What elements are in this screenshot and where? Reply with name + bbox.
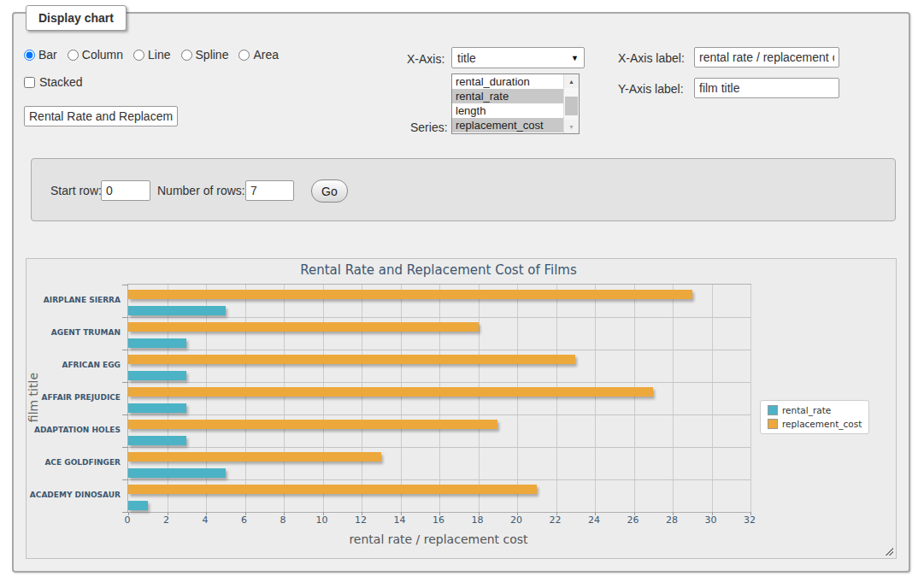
x-axis-tick-label: 16 <box>426 514 451 526</box>
bar-rental_rate <box>128 436 186 445</box>
x-gridline <box>245 285 246 512</box>
category-label: ACE GOLDFINGER <box>38 446 121 479</box>
series-option-rental_duration[interactable]: rental_duration <box>452 74 564 89</box>
y-gridline <box>128 447 750 448</box>
chart-type-option-spline[interactable]: Spline <box>181 48 229 62</box>
chart-type-option-line[interactable]: Line <box>133 48 170 62</box>
chart-type-radio-line[interactable] <box>133 50 144 61</box>
x-axis-tick-label: 18 <box>465 514 491 526</box>
bar-replacement_cost <box>128 322 479 332</box>
x-axis-select[interactable]: title ▼ <box>451 47 585 68</box>
x-axis-tick-label: 24 <box>581 514 607 526</box>
category-label: AIRPLANE SIERRA <box>38 284 121 316</box>
legend-item-rental_rate[interactable]: rental_rate <box>768 405 862 415</box>
series-option-replacement_cost[interactable]: replacement_cost <box>452 118 564 132</box>
y-axis-category-labels: AIRPLANE SIERRAAGENT TRUMANAFRICAN EGGAF… <box>38 284 121 511</box>
y-axis-tick <box>122 447 128 448</box>
chart-type-option-column[interactable]: Column <box>68 48 123 62</box>
x-gridline <box>401 285 402 512</box>
start-row-label: Start row: <box>50 184 102 197</box>
series-option-rental_rate[interactable]: rental_rate <box>452 89 564 103</box>
plot-area <box>127 284 751 513</box>
chart-type-option-label: Bar <box>38 48 57 62</box>
chart-container: Rental Rate and Replacement Cost of Film… <box>26 258 897 559</box>
category-label: AFRICAN EGG <box>38 349 121 381</box>
legend-label-replacement_cost: replacement_cost <box>782 419 862 429</box>
x-gridline <box>206 285 207 512</box>
chart-type-option-bar[interactable]: Bar <box>24 48 57 62</box>
y-axis-tick <box>122 317 128 318</box>
x-axis-select-value: title <box>457 51 476 65</box>
x-axis-label-input[interactable] <box>694 47 839 68</box>
resize-handle-icon[interactable] <box>884 546 893 556</box>
x-axis-tick-label: 8 <box>270 514 296 526</box>
fieldset-legend: Display chart <box>26 5 127 31</box>
bar-rental_rate <box>128 306 226 315</box>
chart-type-radio-area[interactable] <box>238 50 250 61</box>
number-of-rows-input[interactable] <box>245 180 294 201</box>
chart-title: Rental Rate and Replacement Cost of Film… <box>127 262 750 278</box>
category-label: AFFAIR PREJUDICE <box>38 381 121 414</box>
x-axis-tick-label: 30 <box>698 514 724 526</box>
bar-rental_rate <box>128 338 186 348</box>
bar-replacement_cost <box>128 420 497 429</box>
chart-title-input[interactable] <box>24 106 178 126</box>
y-axis-label-input[interactable] <box>694 78 839 98</box>
scroll-up-button[interactable]: ▲ <box>564 74 579 88</box>
bar-replacement_cost <box>128 290 692 299</box>
bar-replacement_cost <box>128 485 537 494</box>
y-axis-tick <box>122 414 128 415</box>
x-gridline <box>439 285 440 512</box>
legend-item-replacement_cost[interactable]: replacement_cost <box>768 419 862 429</box>
x-gridline <box>712 285 713 512</box>
scrollbar-thumb[interactable] <box>565 97 578 115</box>
y-gridline <box>128 350 750 350</box>
x-gridline <box>479 285 480 512</box>
x-axis-tick-label: 2 <box>154 514 180 526</box>
bar-replacement_cost <box>128 387 653 397</box>
x-gridline <box>517 285 518 512</box>
x-gridline <box>362 285 362 512</box>
series-listbox[interactable]: rental_durationrental_ratelengthreplacem… <box>451 73 580 134</box>
chart-type-option-label: Line <box>148 48 170 62</box>
y-gridline <box>128 317 750 318</box>
x-axis-tick-label: 10 <box>309 514 335 526</box>
x-axis-tick-label: 28 <box>659 514 685 526</box>
chart-type-option-label: Area <box>253 48 279 62</box>
listbox-scrollbar[interactable]: ▲ ▼ <box>563 74 579 133</box>
chart-type-option-area[interactable]: Area <box>238 48 279 62</box>
dropdown-arrow-icon: ▼ <box>571 54 579 62</box>
bar-rental_rate <box>128 403 186 413</box>
x-axis-tick-labels: 02468101214161820222426283032 <box>127 514 750 526</box>
y-axis-tick <box>122 512 128 513</box>
x-gridline <box>673 285 674 512</box>
category-label: ADAPTATION HOLES <box>38 414 121 446</box>
bar-rental_rate <box>128 371 186 380</box>
bar-rental_rate <box>128 501 148 510</box>
x-axis-tick-label: 12 <box>348 514 374 526</box>
chart-type-radio-column[interactable] <box>68 50 79 61</box>
legend-swatch-replacement_cost <box>768 419 778 429</box>
chart-type-option-label: Column <box>82 48 123 62</box>
x-axis-tick-label: 0 <box>115 514 140 526</box>
go-button[interactable]: Go <box>311 179 348 203</box>
scroll-up-arrow-icon: ▲ <box>568 79 574 85</box>
scroll-down-button[interactable]: ▼ <box>564 120 579 133</box>
x-axis-tick-label: 26 <box>621 514 646 526</box>
series-option-length[interactable]: length <box>452 103 564 118</box>
start-row-input[interactable] <box>101 180 150 201</box>
y-axis-tick <box>122 479 128 480</box>
stacked-checkbox[interactable] <box>24 77 35 88</box>
stacked-checkbox-row[interactable]: Stacked <box>24 75 83 89</box>
x-axis-tick-label: 14 <box>387 514 413 526</box>
chart-type-radio-bar[interactable] <box>24 50 35 61</box>
x-gridline <box>323 285 324 512</box>
chart-type-radio-spline[interactable] <box>181 50 192 61</box>
chart-legend: rental_ratereplacement_cost <box>760 400 869 434</box>
y-gridline <box>128 479 750 480</box>
x-gridline <box>168 285 168 512</box>
page: Display chart BarColumnLineSplineArea St… <box>0 0 924 582</box>
x-gridline <box>595 285 596 512</box>
bar-rental_rate <box>128 468 226 478</box>
x-axis-label-label: X-Axis label: <box>618 51 685 65</box>
